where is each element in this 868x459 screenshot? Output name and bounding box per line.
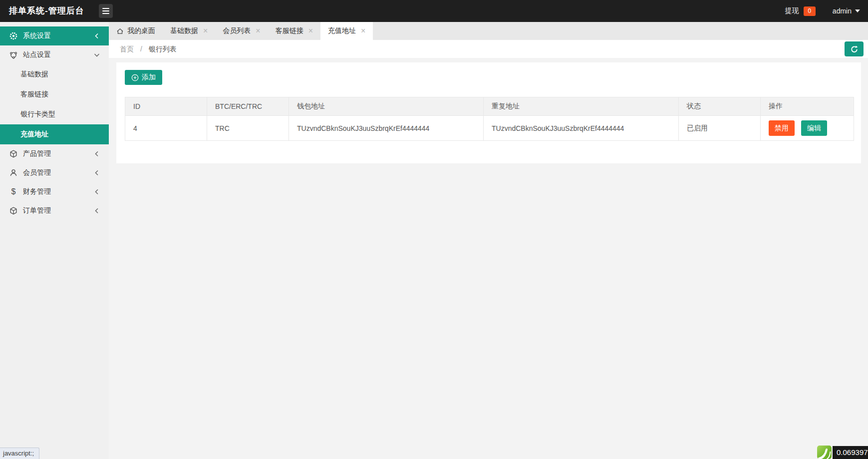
tab-label: 会员列表 (223, 26, 251, 35)
add-button[interactable]: 添加 (125, 70, 162, 85)
sidebar-item-member-management[interactable]: 会员管理 (0, 163, 109, 182)
tab-label: 基础数据 (170, 26, 198, 35)
refresh-button[interactable] (845, 41, 864, 56)
sidebar-item-recharge-address[interactable]: 充值地址 (0, 124, 109, 144)
add-button-label: 添加 (142, 73, 156, 82)
sidebar-item-label: 充值地址 (20, 130, 48, 139)
sidebar-item-label: 订单管理 (23, 206, 51, 215)
tab-basic-data[interactable]: 基础数据 × (163, 22, 215, 40)
hamburger-icon (102, 8, 109, 9)
caret-down-icon[interactable] (855, 9, 860, 12)
tab-strip: 我的桌面 基础数据 × 会员列表 × 客服链接 × 充值地址 × (109, 22, 868, 40)
breadcrumb-bar: 首页 / 银行列表 (109, 40, 868, 58)
tab-label: 我的桌面 (127, 26, 155, 35)
cube-icon (9, 149, 18, 158)
chevron-left-icon (93, 150, 101, 158)
cell-actions: 禁用 编辑 (761, 116, 854, 141)
sidebar-item-basic-data[interactable]: 基础数据 (0, 64, 109, 84)
withdraw-link[interactable]: 提现 (785, 6, 799, 15)
table-header-row: ID BTC/ERC/TRC 钱包地址 重复地址 状态 操作 (125, 97, 854, 116)
header-wallet-address: 钱包地址 (289, 97, 484, 116)
topbar-right: 提现 0 admin (785, 0, 860, 22)
close-icon[interactable]: × (203, 27, 208, 34)
withdraw-count-badge[interactable]: 0 (804, 6, 816, 16)
sidebar-item-finance-management[interactable]: $ 财务管理 (0, 182, 109, 201)
edit-button[interactable]: 编辑 (801, 120, 827, 136)
tab-label: 客服链接 (276, 26, 303, 35)
tab-member-list[interactable]: 会员列表 × (215, 22, 268, 40)
menu-toggle-button[interactable] (99, 4, 113, 18)
plus-circle-icon (131, 74, 139, 81)
sidebar-item-system-settings[interactable]: 系统设置 (0, 26, 109, 45)
dollar-icon: $ (9, 187, 18, 196)
header-status: 状态 (679, 97, 761, 116)
content-card: 添加 ID BTC/ERC/TRC 钱包地址 重复地址 状态 操作 4 (116, 62, 861, 163)
sidebar-item-label: 银行卡类型 (20, 110, 55, 119)
breadcrumb-separator: / (140, 45, 142, 53)
header-duplicate-address: 重复地址 (484, 97, 679, 116)
user-icon (9, 168, 18, 177)
table-row: 4 TRC TUzvndCBknSouKJ3uuSzbrqKrEf4444444… (125, 116, 854, 141)
address-table: ID BTC/ERC/TRC 钱包地址 重复地址 状态 操作 4 TRC TUz… (125, 97, 854, 141)
sidebar-item-label: 财务管理 (23, 187, 51, 196)
app-title: 排单系统-管理后台 (9, 0, 84, 22)
cell-duplicate-address: TUzvndCBknSouKJ3uuSzbrqKrEf4444444 (484, 116, 679, 141)
sidebar-item-label: 会员管理 (23, 168, 51, 177)
chevron-left-icon (93, 169, 101, 177)
sidebar-item-label: 站点设置 (23, 50, 51, 59)
chevron-left-icon (93, 32, 101, 40)
corner-widget: 0.0693979 (817, 446, 868, 459)
gear-icon (9, 31, 18, 40)
tab-recharge-address[interactable]: 充值地址 × (320, 22, 373, 40)
cell-chain-type: TRC (207, 116, 289, 141)
sidebar-item-product-management[interactable]: 产品管理 (0, 144, 109, 163)
breadcrumb: 首页 / 银行列表 (120, 40, 177, 58)
breadcrumb-home[interactable]: 首页 (120, 45, 134, 53)
home-icon (116, 27, 124, 35)
sidebar-item-bankcard-type[interactable]: 银行卡类型 (0, 104, 109, 124)
tab-my-desktop[interactable]: 我的桌面 (109, 22, 163, 40)
sidebar-item-site-settings[interactable]: 站点设置 (0, 45, 109, 64)
tab-label: 充值地址 (328, 26, 356, 35)
cell-id: 4 (125, 116, 207, 141)
widget-value: 0.0693979 (833, 446, 868, 459)
header-actions: 操作 (761, 97, 854, 116)
close-icon[interactable]: × (308, 27, 313, 34)
header-chain-type: BTC/ERC/TRC (207, 97, 289, 116)
sidebar-item-label: 系统设置 (23, 31, 51, 40)
disable-button[interactable]: 禁用 (769, 120, 795, 136)
sidebar-item-service-link[interactable]: 客服链接 (0, 84, 109, 104)
cell-wallet-address: TUzvndCBknSouKJ3uuSzbrqKrEf4444444 (289, 116, 484, 141)
user-menu[interactable]: admin (833, 7, 852, 15)
cell-status: 已启用 (679, 116, 761, 141)
topbar: 排单系统-管理后台 提现 0 admin (0, 0, 868, 22)
leaf-widget-icon[interactable] (817, 446, 832, 459)
sidebar-item-label: 客服链接 (20, 90, 48, 99)
breadcrumb-current: 银行列表 (149, 45, 177, 53)
chevron-left-icon (93, 207, 101, 215)
cube-icon (9, 206, 18, 215)
tab-service-link[interactable]: 客服链接 × (268, 22, 320, 40)
sidebar-item-label: 产品管理 (23, 149, 51, 158)
close-icon[interactable]: × (256, 27, 260, 34)
header-id: ID (125, 97, 207, 116)
status-link-hint: javascript:; (0, 448, 39, 459)
chevron-left-icon (93, 188, 101, 196)
main-content: 添加 ID BTC/ERC/TRC 钱包地址 重复地址 状态 操作 4 (109, 58, 868, 459)
refresh-icon (850, 45, 859, 53)
chevron-down-icon (93, 51, 101, 59)
globe-nodes-icon (9, 50, 18, 59)
close-icon[interactable]: × (361, 27, 365, 34)
sidebar: 系统设置 站点设置 基础数据 客服链接 银行卡类型 充值地址 产品管理 (0, 22, 109, 459)
sidebar-item-order-management[interactable]: 订单管理 (0, 201, 109, 220)
sidebar-item-label: 基础数据 (20, 70, 48, 79)
